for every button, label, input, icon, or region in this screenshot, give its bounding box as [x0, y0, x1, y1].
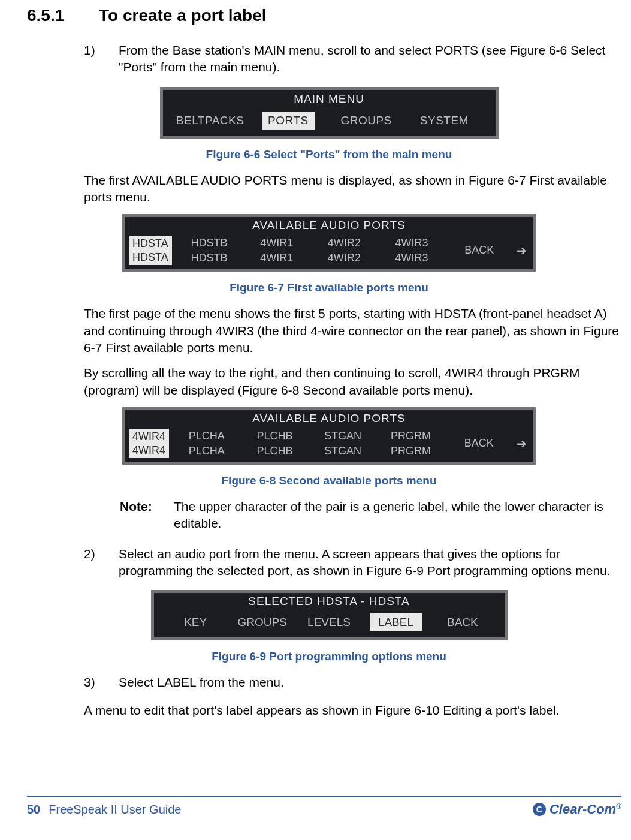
port-col: 4WIR24WIR2	[310, 236, 378, 264]
figure-6-8: AVAILABLE AUDIO PORTS 4WIR4 4WIR4 PLCHAP…	[27, 407, 631, 465]
brand-icon: C	[533, 803, 546, 816]
step-1-number: 1)	[84, 42, 119, 76]
step-3-number: 3)	[84, 674, 119, 691]
figure-6-9-caption: Figure 6-9 Port programming options menu	[27, 650, 631, 663]
selected-port-item: GROUPS	[229, 616, 295, 629]
paragraph: The first AVAILABLE AUDIO PORTS menu is …	[84, 172, 631, 206]
main-menu-item: GROUPS	[327, 114, 405, 127]
section-number: 6.5.1	[27, 6, 99, 25]
main-menu-item-selected: PORTS	[262, 112, 315, 130]
step-1-text: From the Base station's MAIN menu, scrol…	[119, 42, 631, 76]
sel-bot: HDSTA	[132, 251, 168, 264]
ports-menu-1-screenshot: AVAILABLE AUDIO PORTS HDSTA HDSTA HDSTBH…	[122, 214, 536, 272]
ports-menu-2-title: AVAILABLE AUDIO PORTS	[125, 410, 533, 427]
main-menu-title: MAIN MENU	[163, 90, 496, 109]
ports-menu-1-selected: HDSTA HDSTA	[129, 236, 172, 265]
brand-name: Clear-Com	[550, 802, 616, 817]
note-text: The upper character of the pair is a gen…	[174, 498, 631, 532]
selected-port-item: LEVELS	[295, 616, 362, 629]
ports-menu-1-title: AVAILABLE AUDIO PORTS	[125, 217, 533, 234]
back-label: BACK	[464, 437, 494, 450]
step-3-text: Select LABEL from the menu.	[119, 674, 631, 691]
selected-port-title: SELECTED HDSTA - HDSTA	[154, 593, 505, 611]
note-label: Note:	[120, 498, 174, 532]
figure-6-6: MAIN MENU BELTPACKS PORTS GROUPS SYSTEM	[27, 87, 631, 139]
paragraph: The first page of the menu shows the fir…	[84, 305, 631, 356]
step-2: 2) Select an audio port from the menu. A…	[84, 546, 631, 580]
scroll-right-icon: ➔	[513, 243, 530, 258]
section-title-text: To create a port label	[99, 6, 267, 25]
port-col: PLCHAPLCHA	[173, 429, 241, 457]
figure-6-7-caption: Figure 6-7 First available ports menu	[27, 281, 631, 294]
selected-port-item: BACK	[429, 616, 496, 629]
port-col: HDSTBHDSTB	[176, 236, 243, 264]
section-heading: 6.5.1To create a port label	[27, 6, 631, 25]
scroll-right-icon: ➔	[513, 436, 530, 451]
main-menu-screenshot: MAIN MENU BELTPACKS PORTS GROUPS SYSTEM	[160, 87, 499, 139]
sel-top: HDSTA	[132, 237, 168, 251]
step-2-text: Select an audio port from the menu. A sc…	[119, 546, 631, 580]
doc-title: FreeSpeak II User Guide	[49, 803, 181, 817]
step-3: 3) Select LABEL from the menu.	[84, 674, 631, 691]
ports-menu-2-screenshot: AVAILABLE AUDIO PORTS 4WIR4 4WIR4 PLCHAP…	[122, 407, 536, 465]
figure-6-8-caption: Figure 6-8 Second available ports menu	[27, 474, 631, 487]
port-col: PLCHBPLCHB	[241, 429, 309, 457]
main-menu-item: BELTPACKS	[171, 114, 249, 127]
paragraph: A menu to edit that port's label appears…	[84, 702, 631, 719]
page-footer: 50 FreeSpeak II User Guide C Clear-Com®	[27, 796, 621, 817]
figure-6-7: AVAILABLE AUDIO PORTS HDSTA HDSTA HDSTBH…	[27, 214, 631, 272]
selected-port-menu-screenshot: SELECTED HDSTA - HDSTA KEY GROUPS LEVELS…	[151, 590, 508, 640]
step-2-number: 2)	[84, 546, 119, 580]
page-number: 50	[27, 803, 40, 817]
port-col: 4WIR34WIR3	[378, 236, 446, 264]
figure-6-9: SELECTED HDSTA - HDSTA KEY GROUPS LEVELS…	[27, 590, 631, 640]
selected-port-item: KEY	[162, 616, 229, 629]
ports-menu-2-selected: 4WIR4 4WIR4	[129, 429, 169, 458]
step-1: 1) From the Base station's MAIN menu, sc…	[84, 42, 631, 76]
figure-6-6-caption: Figure 6-6 Select "Ports" from the main …	[27, 148, 631, 161]
note: Note: The upper character of the pair is…	[120, 498, 631, 532]
port-col: 4WIR14WIR1	[243, 236, 310, 264]
back-label: BACK	[464, 244, 494, 257]
brand-logo: C Clear-Com®	[533, 802, 621, 817]
sel-bot: 4WIR4	[132, 444, 165, 457]
main-menu-item: SYSTEM	[405, 114, 483, 127]
port-col: PRGRMPRGRM	[377, 429, 445, 457]
selected-port-item-selected: LABEL	[370, 613, 422, 631]
paragraph: By scrolling all the way to the right, a…	[84, 365, 631, 399]
port-col: STGANSTGAN	[309, 429, 377, 457]
sel-top: 4WIR4	[132, 430, 165, 444]
